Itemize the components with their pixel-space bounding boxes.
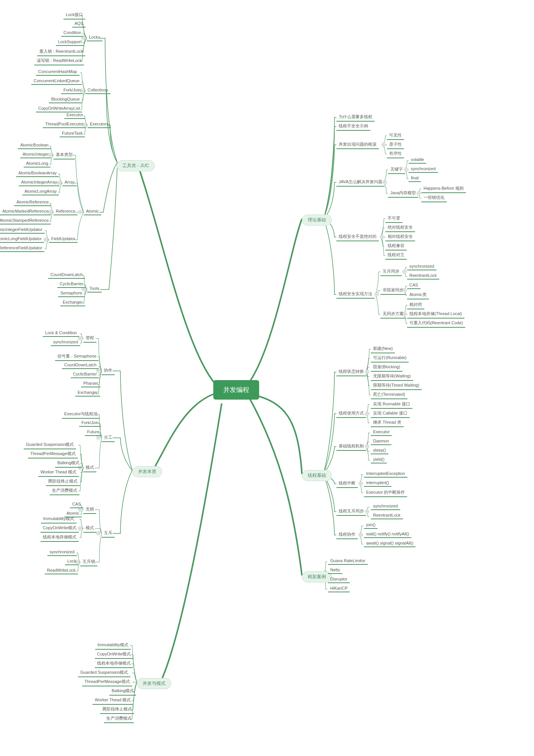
leaf[interactable]: synchronized [409,166,438,173]
leaf[interactable]: join() [364,522,378,529]
juc-atomic-updator[interactable]: FieldUpdator [49,236,78,243]
leaf[interactable]: Executor与线程池 [62,410,100,419]
toggle-icon[interactable]: ⊖ [380,235,384,239]
leaf[interactable]: 栈封闭 [407,301,424,309]
leaf[interactable]: Exchanger [75,389,100,397]
leaf[interactable]: Worker Thead 模式 [38,468,79,477]
leaf[interactable]: synchronized [371,503,400,510]
essence-div-pattern[interactable]: 模式 [83,464,96,472]
leaf[interactable]: 实现 Runnable 接口 [371,400,412,409]
leaf[interactable]: AtomicLongArray [22,188,59,195]
leaf[interactable]: 为什么需要多线程 [336,113,375,122]
juc-atomic[interactable]: Atomic [84,208,101,215]
leaf[interactable]: Balking模式 [109,687,136,696]
juc-tools[interactable]: Tools [87,285,102,293]
toggle-icon[interactable]: ⊖ [78,210,83,214]
thread-coop[interactable]: 线程协作 [336,531,358,539]
toggle-icon[interactable]: ⊖ [365,509,369,514]
leaf[interactable]: ReadWriteLock [45,567,78,574]
leaf[interactable]: 可重入代码(Reentrant Code) [407,319,465,328]
thread-state[interactable]: 线程状态转换 [336,368,366,376]
leaf[interactable]: Guarded Suspension模式 [78,669,130,677]
leaf[interactable]: ReentrantLock [407,272,439,280]
leaf[interactable]: 继承 Thread 类 [371,419,404,427]
theory-nonblock[interactable]: 非阻塞同步 [380,286,406,295]
juc-atomic-basic[interactable]: 基本类型 [54,151,75,159]
leaf[interactable]: 限期等待(Timed Waiting) [371,382,422,390]
leaf[interactable]: AtomicStampedReference [0,217,51,224]
leaf[interactable]: ConcurrentLinkedQueue [31,78,82,85]
leaf[interactable]: 新建(New) [371,345,395,353]
leaf[interactable]: AtomicReference [14,199,51,206]
toggle-icon[interactable]: ⊖ [365,411,369,416]
leaf[interactable]: Semaphore [58,290,84,297]
thread-mech[interactable]: 基础线程机制 [336,442,366,451]
leaf[interactable]: Condition [61,29,83,37]
branch-framework[interactable]: 框架案例 [302,571,332,582]
essence-coop[interactable]: 协作 [102,367,115,375]
leaf[interactable]: Future [85,429,102,436]
leaf[interactable]: 有序性 [387,150,404,158]
leaf[interactable]: 不可变 [385,215,403,223]
leaf[interactable]: 绝对线程安全 [385,224,415,232]
leaf[interactable]: CopyOnWrite模式 [41,524,79,533]
essence-lockfree[interactable]: 无锁 [83,506,96,514]
leaf[interactable]: interrupted() [364,480,391,487]
branch-theory[interactable]: 理论基础 [302,215,332,226]
leaf[interactable]: wait() notify() notifyAll() [364,531,411,538]
leaf[interactable]: Executor 的中断操作 [364,489,407,497]
leaf[interactable]: volatile [409,156,426,164]
branch-juc[interactable]: 工具类 - JUC [117,160,155,171]
toggle-icon[interactable]: ⊖ [96,436,101,440]
leaf[interactable]: FutureTask [60,130,85,137]
leaf[interactable]: 线程不安全示例 [336,122,370,131]
toggle-icon[interactable]: ⊖ [365,370,369,374]
leaf[interactable]: 可见性 [387,132,404,140]
leaf[interactable]: Fork/Join [79,419,101,427]
leaf[interactable]: 生产消费模式 [104,715,134,723]
juc-collections[interactable]: Collections [85,87,110,94]
branch-essence[interactable]: 并发本质 [132,466,162,477]
theory-nosync[interactable]: 无同步方案 [380,310,406,319]
toggle-icon[interactable]: ⊖ [381,143,386,147]
essence-div[interactable]: 分工 [102,434,115,442]
leaf[interactable]: final [409,175,421,182]
toggle-icon[interactable]: ⊖ [417,191,421,195]
theory-root[interactable]: 并发出现问题的根源 [336,141,379,149]
toggle-icon[interactable]: ⊖ [403,288,407,293]
leaf[interactable]: Executor [64,112,85,119]
leaf[interactable]: 原子性 [387,141,404,149]
toggle-icon[interactable]: ⊖ [403,312,407,316]
leaf[interactable]: 线程对立 [385,251,407,260]
theory-jmm[interactable]: Java内存模型 [388,189,418,198]
theory-mutex[interactable]: 互斥同步 [380,268,402,276]
leaf[interactable]: ReentrantLock [371,512,403,519]
thread-use[interactable]: 线程使用方式 [336,410,366,418]
toggle-icon[interactable]: ⊖ [403,270,407,274]
leaf[interactable]: await() signal() signalAll() [364,540,416,547]
essence-mutex[interactable]: 互斥 [102,529,115,538]
leaf[interactable]: Lock [65,558,78,565]
leaf[interactable]: 阻塞(Blocking) [371,363,403,372]
leaf[interactable]: yield() [371,456,387,463]
juc-executors[interactable]: Executors [88,121,111,128]
leaf[interactable]: CopyOnWrite模式 [95,650,133,659]
leaf[interactable]: 生产消费模式 [50,487,80,495]
leaf[interactable]: Atomic类 [407,291,429,299]
leaf[interactable]: AtomicIntegerArray [19,179,59,186]
toggle-icon[interactable]: ⊖ [96,531,101,535]
leaf[interactable]: Immutability模式 [95,641,131,650]
leaf[interactable]: Happens-Before 规则 [421,185,466,193]
leaf[interactable]: Lock接口 [63,11,85,20]
leaf[interactable]: CyclicBarrier [71,371,99,378]
leaf[interactable]: HiKariCP [328,585,350,592]
leaf[interactable]: 重入锁 - ReentrantLock [37,48,85,56]
toggle-icon[interactable]: ⊖ [383,180,387,184]
leaf[interactable]: Immutability模式 [41,515,76,524]
leaf[interactable]: Daemon [371,438,391,445]
leaf[interactable]: Netty [328,567,342,574]
leaf[interactable]: ThreadPoolExecutor [43,121,86,128]
leaf[interactable]: CAS [407,282,420,289]
leaf[interactable]: ConcurrentHashMap [36,68,80,76]
branch-thread[interactable]: 线程基础 [302,470,332,481]
